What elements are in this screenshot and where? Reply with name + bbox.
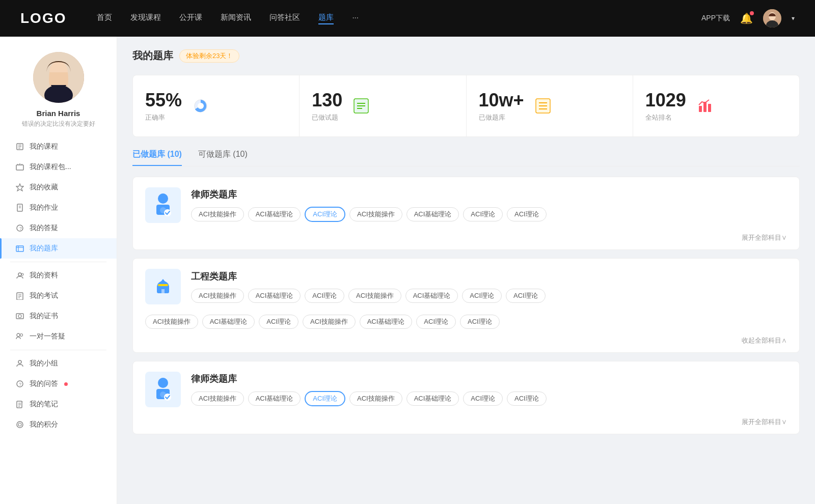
- tag-3-3[interactable]: ACI技能操作: [349, 391, 402, 406]
- stat-accuracy-content: 55% 正确率: [145, 90, 182, 122]
- nav-qa[interactable]: 问答社区: [269, 13, 300, 24]
- groups-icon: [15, 359, 24, 368]
- expand-link-0[interactable]: 展开全部科目∨: [742, 233, 787, 242]
- user-menu-chevron[interactable]: ▾: [792, 15, 795, 22]
- tag-3-5[interactable]: ACI理论: [463, 391, 503, 406]
- stat-rank-label: 全站排名: [645, 113, 686, 122]
- tag-1-0[interactable]: ACI技能操作: [191, 289, 244, 303]
- sidebar-item-points-label: 我的积分: [30, 420, 58, 429]
- stat-accuracy-number: 55%: [145, 90, 182, 111]
- tag-2-1[interactable]: ACI基础理论: [202, 315, 255, 329]
- tag-1-1[interactable]: ACI基础理论: [248, 289, 301, 303]
- svg-point-32: [20, 334, 23, 337]
- sidebar-item-points[interactable]: 我的积分: [0, 414, 117, 435]
- stat-done-questions-content: 130 已做试题: [312, 90, 342, 122]
- stat-done-banks-content: 10w+ 已做题库: [479, 90, 524, 122]
- certificate-icon: [15, 312, 24, 321]
- svg-rect-55: [699, 106, 702, 112]
- user-avatar[interactable]: [763, 9, 781, 27]
- tab-available-banks[interactable]: 可做题库 (10): [198, 149, 248, 166]
- sidebar-item-exams[interactable]: 我的考试: [0, 286, 117, 306]
- sidebar-item-groups[interactable]: 我的小组: [0, 353, 117, 374]
- sidebar-item-favorites[interactable]: 我的收藏: [0, 177, 117, 198]
- star-icon: [15, 183, 24, 192]
- sidebar-item-questions[interactable]: ? 我的答疑: [0, 218, 117, 238]
- tag-2-3[interactable]: ACI技能操作: [303, 315, 356, 329]
- stat-done-questions-number: 130: [312, 90, 342, 111]
- tag-0-0[interactable]: ACI技能操作: [191, 207, 244, 221]
- sidebar-item-favorites-label: 我的收藏: [30, 183, 58, 192]
- sidebar-item-questions-label: 我的答疑: [30, 223, 58, 233]
- tag-1-2[interactable]: ACI理论: [305, 289, 344, 303]
- tag-0-1[interactable]: ACI基础理论: [248, 207, 301, 221]
- app-download-link[interactable]: APP下载: [701, 14, 730, 23]
- svg-point-31: [17, 333, 20, 337]
- nav-home[interactable]: 首页: [97, 13, 112, 24]
- sidebar-item-materials[interactable]: 我的资料: [0, 265, 117, 286]
- sidebar-item-certificates[interactable]: 我的证书: [0, 306, 117, 326]
- sidebar-item-my-qa[interactable]: ? 我的问答: [0, 374, 117, 394]
- svg-rect-20: [16, 246, 23, 251]
- tag-0-6[interactable]: ACI理论: [507, 207, 547, 221]
- nav-courses[interactable]: 发现课程: [130, 13, 161, 24]
- nav-open[interactable]: 公开课: [179, 13, 202, 24]
- tag-2-0[interactable]: ACI技能操作: [145, 315, 198, 329]
- svg-point-44: [198, 103, 204, 109]
- tag-1-5[interactable]: ACI理论: [462, 289, 502, 303]
- sidebar-item-course-pack[interactable]: 我的课程包...: [0, 157, 117, 177]
- tag-2-5[interactable]: ACI理论: [416, 315, 456, 329]
- questions-note-icon: [350, 95, 372, 117]
- sidebar-item-homework[interactable]: 我的作业: [0, 198, 117, 218]
- trial-badge: 体验剩余23天！: [179, 49, 239, 63]
- card-header-2: 律师类题库 ACI技能操作 ACI基础理论 ACI理论 ACI技能操作 ACI基…: [133, 361, 799, 417]
- tab-done-banks[interactable]: 已做题库 (10): [132, 149, 182, 166]
- tag-1-6[interactable]: ACI理论: [506, 289, 546, 303]
- sidebar-item-notes-label: 我的笔记: [30, 400, 58, 409]
- sidebar-item-certificates-label: 我的证书: [30, 312, 58, 321]
- page-title: 我的题库: [132, 49, 173, 63]
- logo[interactable]: LOGO: [20, 10, 66, 26]
- main-nav: 首页 发现课程 公开课 新闻资讯 问答社区 题库 ···: [97, 13, 701, 24]
- exams-icon: [15, 291, 24, 300]
- sidebar-item-1on1-label: 一对一答疑: [30, 332, 65, 341]
- tag-2-6[interactable]: ACI理论: [460, 315, 500, 329]
- nav-more[interactable]: ···: [352, 13, 359, 24]
- expand-link-1[interactable]: 收起全部科目∧: [742, 336, 787, 345]
- sidebar-item-1on1[interactable]: 一对一答疑: [0, 326, 117, 347]
- card-tags-row1: ACI技能操作 ACI基础理论 ACI理论 ACI技能操作 ACI基础理论 AC…: [191, 289, 787, 303]
- tag-3-2[interactable]: ACI理论: [305, 391, 345, 406]
- tag-2-4[interactable]: ACI基础理论: [360, 315, 413, 329]
- svg-marker-14: [16, 184, 23, 191]
- tag-2-2[interactable]: ACI理论: [259, 315, 298, 329]
- expand-link-2[interactable]: 展开全部科目∨: [742, 417, 787, 427]
- tag-0-3[interactable]: ACI技能操作: [349, 207, 402, 221]
- card-footer-0: 展开全部科目∨: [133, 233, 799, 249]
- tag-3-4[interactable]: ACI基础理论: [406, 391, 459, 406]
- sidebar-item-groups-label: 我的小组: [30, 359, 58, 368]
- content-tabs: 已做题库 (10) 可做题库 (10): [132, 149, 800, 166]
- tag-0-2[interactable]: ACI理论: [305, 207, 345, 222]
- tag-3-0[interactable]: ACI技能操作: [191, 391, 244, 406]
- nav-bank[interactable]: 题库: [318, 13, 334, 24]
- sidebar-item-my-courses[interactable]: 我的课程: [0, 136, 117, 157]
- tag-3-6[interactable]: ACI理论: [507, 391, 547, 406]
- svg-rect-10: [16, 165, 23, 170]
- tag-1-4[interactable]: ACI基础理论: [405, 289, 458, 303]
- sidebar-item-homework-label: 我的作业: [30, 203, 58, 212]
- tag-1-3[interactable]: ACI技能操作: [348, 289, 401, 303]
- tag-0-5[interactable]: ACI理论: [463, 207, 503, 221]
- main-content: 我的题库 体验剩余23天！ 55% 正确率: [117, 37, 815, 504]
- svg-point-23: [18, 273, 21, 276]
- tag-3-1[interactable]: ACI基础理论: [248, 391, 301, 406]
- qa-icon: ?: [15, 379, 24, 388]
- card-title-0: 律师类题库: [191, 188, 787, 201]
- sidebar-item-question-bank[interactable]: 我的题库: [0, 238, 117, 259]
- svg-point-24: [21, 273, 23, 275]
- notification-bell[interactable]: 🔔: [740, 12, 753, 24]
- card-title-1: 工程类题库: [191, 270, 787, 283]
- tag-0-4[interactable]: ACI基础理论: [406, 207, 459, 221]
- rank-chart-icon: [694, 95, 716, 117]
- nav-news[interactable]: 新闻资讯: [221, 13, 251, 24]
- stat-done-questions-label: 已做试题: [312, 113, 342, 122]
- sidebar-item-notes[interactable]: 我的笔记: [0, 394, 117, 414]
